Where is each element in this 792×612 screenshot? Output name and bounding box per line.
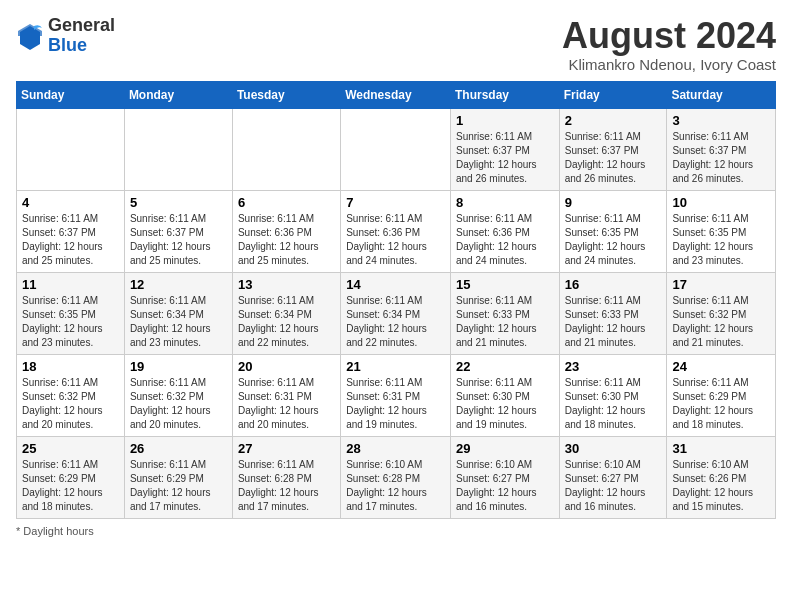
day-number: 23 <box>565 359 662 374</box>
day-number: 21 <box>346 359 445 374</box>
day-detail: Sunrise: 6:11 AM Sunset: 6:34 PM Dayligh… <box>130 294 227 350</box>
day-detail: Sunrise: 6:11 AM Sunset: 6:35 PM Dayligh… <box>672 212 770 268</box>
title-area: August 2024 Klimankro Ndenou, Ivory Coas… <box>562 16 776 73</box>
calendar-week-row: 11Sunrise: 6:11 AM Sunset: 6:35 PM Dayli… <box>17 272 776 354</box>
day-number: 7 <box>346 195 445 210</box>
day-number: 5 <box>130 195 227 210</box>
calendar-week-row: 1Sunrise: 6:11 AM Sunset: 6:37 PM Daylig… <box>17 108 776 190</box>
day-detail: Sunrise: 6:11 AM Sunset: 6:33 PM Dayligh… <box>456 294 554 350</box>
day-detail: Sunrise: 6:10 AM Sunset: 6:26 PM Dayligh… <box>672 458 770 514</box>
footer-note: * Daylight hours <box>16 525 776 537</box>
page-header: General Blue August 2024 Klimankro Ndeno… <box>16 16 776 73</box>
day-number: 16 <box>565 277 662 292</box>
day-detail: Sunrise: 6:10 AM Sunset: 6:27 PM Dayligh… <box>565 458 662 514</box>
day-detail: Sunrise: 6:11 AM Sunset: 6:36 PM Dayligh… <box>238 212 335 268</box>
calendar-cell: 14Sunrise: 6:11 AM Sunset: 6:34 PM Dayli… <box>341 272 451 354</box>
day-number: 14 <box>346 277 445 292</box>
calendar-cell: 30Sunrise: 6:10 AM Sunset: 6:27 PM Dayli… <box>559 436 667 518</box>
calendar-cell: 29Sunrise: 6:10 AM Sunset: 6:27 PM Dayli… <box>450 436 559 518</box>
day-detail: Sunrise: 6:11 AM Sunset: 6:32 PM Dayligh… <box>130 376 227 432</box>
day-number: 3 <box>672 113 770 128</box>
calendar-cell <box>17 108 125 190</box>
day-number: 9 <box>565 195 662 210</box>
day-number: 30 <box>565 441 662 456</box>
calendar-cell: 9Sunrise: 6:11 AM Sunset: 6:35 PM Daylig… <box>559 190 667 272</box>
day-number: 27 <box>238 441 335 456</box>
day-detail: Sunrise: 6:11 AM Sunset: 6:30 PM Dayligh… <box>565 376 662 432</box>
calendar-table: SundayMondayTuesdayWednesdayThursdayFrid… <box>16 81 776 519</box>
day-detail: Sunrise: 6:10 AM Sunset: 6:28 PM Dayligh… <box>346 458 445 514</box>
calendar-day-header: Monday <box>124 81 232 108</box>
day-detail: Sunrise: 6:11 AM Sunset: 6:35 PM Dayligh… <box>565 212 662 268</box>
day-number: 26 <box>130 441 227 456</box>
day-number: 2 <box>565 113 662 128</box>
day-detail: Sunrise: 6:11 AM Sunset: 6:37 PM Dayligh… <box>22 212 119 268</box>
day-detail: Sunrise: 6:11 AM Sunset: 6:28 PM Dayligh… <box>238 458 335 514</box>
calendar-cell: 31Sunrise: 6:10 AM Sunset: 6:26 PM Dayli… <box>667 436 776 518</box>
day-detail: Sunrise: 6:11 AM Sunset: 6:34 PM Dayligh… <box>238 294 335 350</box>
day-number: 12 <box>130 277 227 292</box>
calendar-cell: 25Sunrise: 6:11 AM Sunset: 6:29 PM Dayli… <box>17 436 125 518</box>
calendar-header-row: SundayMondayTuesdayWednesdayThursdayFrid… <box>17 81 776 108</box>
calendar-cell: 22Sunrise: 6:11 AM Sunset: 6:30 PM Dayli… <box>450 354 559 436</box>
calendar-cell: 23Sunrise: 6:11 AM Sunset: 6:30 PM Dayli… <box>559 354 667 436</box>
day-detail: Sunrise: 6:11 AM Sunset: 6:32 PM Dayligh… <box>672 294 770 350</box>
calendar-day-header: Tuesday <box>232 81 340 108</box>
day-number: 13 <box>238 277 335 292</box>
day-detail: Sunrise: 6:11 AM Sunset: 6:32 PM Dayligh… <box>22 376 119 432</box>
day-detail: Sunrise: 6:11 AM Sunset: 6:36 PM Dayligh… <box>456 212 554 268</box>
calendar-cell: 26Sunrise: 6:11 AM Sunset: 6:29 PM Dayli… <box>124 436 232 518</box>
day-detail: Sunrise: 6:11 AM Sunset: 6:34 PM Dayligh… <box>346 294 445 350</box>
day-detail: Sunrise: 6:11 AM Sunset: 6:30 PM Dayligh… <box>456 376 554 432</box>
calendar-cell: 16Sunrise: 6:11 AM Sunset: 6:33 PM Dayli… <box>559 272 667 354</box>
logo-general-text: General <box>48 15 115 35</box>
calendar-cell: 11Sunrise: 6:11 AM Sunset: 6:35 PM Dayli… <box>17 272 125 354</box>
day-number: 18 <box>22 359 119 374</box>
day-number: 28 <box>346 441 445 456</box>
day-detail: Sunrise: 6:11 AM Sunset: 6:36 PM Dayligh… <box>346 212 445 268</box>
day-detail: Sunrise: 6:11 AM Sunset: 6:37 PM Dayligh… <box>565 130 662 186</box>
day-detail: Sunrise: 6:11 AM Sunset: 6:29 PM Dayligh… <box>672 376 770 432</box>
day-number: 17 <box>672 277 770 292</box>
calendar-cell: 20Sunrise: 6:11 AM Sunset: 6:31 PM Dayli… <box>232 354 340 436</box>
calendar-cell <box>232 108 340 190</box>
day-number: 1 <box>456 113 554 128</box>
location-subtitle: Klimankro Ndenou, Ivory Coast <box>562 56 776 73</box>
day-detail: Sunrise: 6:11 AM Sunset: 6:37 PM Dayligh… <box>130 212 227 268</box>
day-number: 6 <box>238 195 335 210</box>
day-number: 10 <box>672 195 770 210</box>
daylight-hours-label: Daylight hours <box>23 525 93 537</box>
calendar-day-header: Friday <box>559 81 667 108</box>
calendar-cell: 13Sunrise: 6:11 AM Sunset: 6:34 PM Dayli… <box>232 272 340 354</box>
calendar-cell: 17Sunrise: 6:11 AM Sunset: 6:32 PM Dayli… <box>667 272 776 354</box>
calendar-cell: 3Sunrise: 6:11 AM Sunset: 6:37 PM Daylig… <box>667 108 776 190</box>
calendar-cell: 10Sunrise: 6:11 AM Sunset: 6:35 PM Dayli… <box>667 190 776 272</box>
calendar-cell <box>124 108 232 190</box>
calendar-cell: 1Sunrise: 6:11 AM Sunset: 6:37 PM Daylig… <box>450 108 559 190</box>
day-detail: Sunrise: 6:11 AM Sunset: 6:37 PM Dayligh… <box>672 130 770 186</box>
day-detail: Sunrise: 6:11 AM Sunset: 6:29 PM Dayligh… <box>22 458 119 514</box>
day-number: 31 <box>672 441 770 456</box>
calendar-cell: 21Sunrise: 6:11 AM Sunset: 6:31 PM Dayli… <box>341 354 451 436</box>
day-detail: Sunrise: 6:11 AM Sunset: 6:35 PM Dayligh… <box>22 294 119 350</box>
day-detail: Sunrise: 6:11 AM Sunset: 6:37 PM Dayligh… <box>456 130 554 186</box>
calendar-week-row: 25Sunrise: 6:11 AM Sunset: 6:29 PM Dayli… <box>17 436 776 518</box>
day-number: 25 <box>22 441 119 456</box>
day-number: 20 <box>238 359 335 374</box>
calendar-cell: 19Sunrise: 6:11 AM Sunset: 6:32 PM Dayli… <box>124 354 232 436</box>
calendar-cell <box>341 108 451 190</box>
day-detail: Sunrise: 6:11 AM Sunset: 6:33 PM Dayligh… <box>565 294 662 350</box>
day-number: 11 <box>22 277 119 292</box>
day-number: 15 <box>456 277 554 292</box>
calendar-cell: 7Sunrise: 6:11 AM Sunset: 6:36 PM Daylig… <box>341 190 451 272</box>
calendar-cell: 4Sunrise: 6:11 AM Sunset: 6:37 PM Daylig… <box>17 190 125 272</box>
logo-icon <box>16 22 44 50</box>
logo: General Blue <box>16 16 115 56</box>
calendar-cell: 27Sunrise: 6:11 AM Sunset: 6:28 PM Dayli… <box>232 436 340 518</box>
day-detail: Sunrise: 6:11 AM Sunset: 6:29 PM Dayligh… <box>130 458 227 514</box>
day-number: 19 <box>130 359 227 374</box>
day-detail: Sunrise: 6:10 AM Sunset: 6:27 PM Dayligh… <box>456 458 554 514</box>
day-detail: Sunrise: 6:11 AM Sunset: 6:31 PM Dayligh… <box>238 376 335 432</box>
calendar-cell: 6Sunrise: 6:11 AM Sunset: 6:36 PM Daylig… <box>232 190 340 272</box>
calendar-cell: 2Sunrise: 6:11 AM Sunset: 6:37 PM Daylig… <box>559 108 667 190</box>
